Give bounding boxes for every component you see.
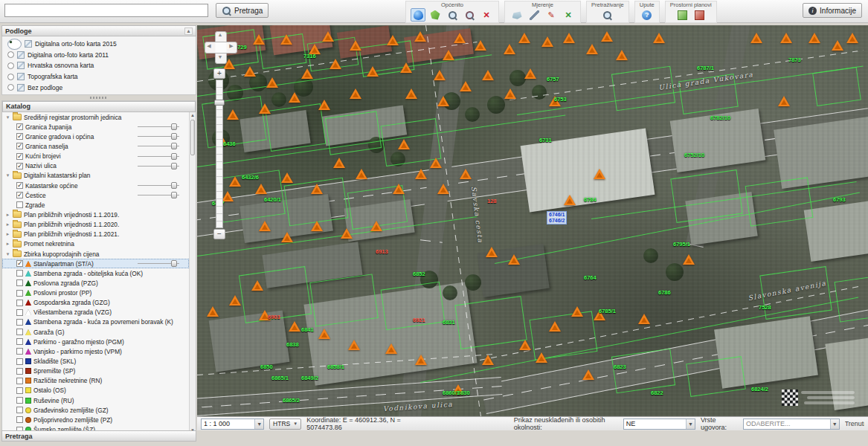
sale-marker[interactable] xyxy=(594,169,605,179)
pan-up-icon[interactable]: ▲ xyxy=(216,32,224,37)
radio-icon[interactable] xyxy=(7,39,22,50)
scale-select[interactable]: 1 : 1 000 ▼ xyxy=(201,418,264,430)
layer-checkbox[interactable] xyxy=(16,279,23,286)
layer-checkbox[interactable] xyxy=(16,123,23,130)
katalog-folder-6[interactable]: ▾Digitalni katastarski plan xyxy=(2,171,189,181)
clear-map-button[interactable] xyxy=(479,8,494,22)
radio-icon[interactable] xyxy=(7,84,14,91)
sale-marker[interactable] xyxy=(482,70,494,80)
sale-marker[interactable] xyxy=(301,68,313,79)
sale-marker[interactable] xyxy=(437,96,449,106)
radio-icon[interactable] xyxy=(7,62,14,69)
katalog-layer-29[interactable]: Ruševine (RU) xyxy=(2,395,189,405)
sale-marker[interactable] xyxy=(482,355,494,365)
katalog-folder-13[interactable]: ▸Promet nekretnina xyxy=(2,239,189,249)
katalog-scrollbar[interactable]: ▲ ▼ xyxy=(189,112,196,434)
sale-marker[interactable] xyxy=(653,33,665,43)
sale-marker[interactable] xyxy=(387,35,399,45)
pan-down-icon[interactable]: ▼ xyxy=(216,54,224,59)
sale-marker[interactable] xyxy=(400,62,412,73)
katalog-layer-28[interactable]: Ostalo (OS) xyxy=(2,386,189,395)
sale-marker[interactable] xyxy=(563,33,575,43)
sale-marker[interactable] xyxy=(524,68,536,79)
sale-marker[interactable] xyxy=(341,228,353,239)
layer-checkbox[interactable] xyxy=(16,163,23,169)
sale-marker[interactable] xyxy=(808,33,820,43)
layer-checkbox[interactable] xyxy=(16,290,23,297)
opacity-slider[interactable] xyxy=(138,123,179,130)
identify-drop-button[interactable] xyxy=(411,8,425,22)
sale-marker[interactable] xyxy=(266,77,278,88)
opacity-slider[interactable] xyxy=(138,153,179,160)
collapse-panel-icon[interactable]: ▴ xyxy=(184,28,193,35)
sale-marker[interactable] xyxy=(227,109,239,120)
katalog-layer-22[interactable]: Garaža (G) xyxy=(2,327,189,337)
map-viewport[interactable]: 672973166757675367316787/16782/107873678… xyxy=(197,25,868,416)
katalog-layer-24[interactable]: Vanjsko - parkirno mjesto (VPM) xyxy=(2,346,189,356)
sale-marker[interactable] xyxy=(519,340,531,350)
katalog-folder-11[interactable]: ▸Plan približnih vrijednosti 1.1.2020. xyxy=(2,220,189,230)
sale-marker[interactable] xyxy=(414,31,426,42)
sale-marker[interactable] xyxy=(367,66,379,77)
search-map-button[interactable] xyxy=(600,8,615,22)
katalog-folder-14[interactable]: ▾Zbirka kupoprodajnih cijena xyxy=(2,249,189,259)
katalog-layer-8[interactable]: Čestice xyxy=(2,190,189,200)
sale-marker[interactable] xyxy=(683,254,695,265)
search-input[interactable] xyxy=(4,4,208,17)
sale-marker[interactable] xyxy=(318,100,330,110)
sale-marker[interactable] xyxy=(638,314,650,324)
katalog-layer-5[interactable]: Nazivi ulica xyxy=(2,161,189,171)
sale-marker[interactable] xyxy=(508,254,520,265)
layer-checkbox[interactable] xyxy=(16,182,23,189)
sale-marker[interactable] xyxy=(454,33,466,43)
basemap-option-3[interactable]: Topografska karta xyxy=(2,71,196,83)
layer-checkbox[interactable] xyxy=(16,338,23,345)
sale-marker[interactable] xyxy=(415,355,427,365)
measure-clear-button[interactable] xyxy=(561,8,576,22)
pan-left-icon[interactable]: ◀ xyxy=(205,43,213,49)
katalog-layer-18[interactable]: Poslovni prostor (PP) xyxy=(2,288,189,298)
sale-marker[interactable] xyxy=(536,352,547,363)
katalog-layer-19[interactable]: Gospodarska zgrada (GZG) xyxy=(2,298,189,308)
sale-marker[interactable] xyxy=(385,343,397,354)
katalog-folder-12[interactable]: ▸Plan približnih vrijednosti 1.1.2021. xyxy=(2,230,189,239)
opacity-slider[interactable] xyxy=(138,182,179,189)
sale-marker[interactable] xyxy=(460,81,472,91)
basemap-option-0[interactable]: Digitalna orto-foto karta 2015 xyxy=(2,39,196,50)
layer-checkbox[interactable] xyxy=(16,358,23,365)
layer-checkbox[interactable] xyxy=(16,348,23,355)
katalog-layer-2[interactable]: Granice gradova i općina xyxy=(2,132,189,141)
measure-length-button[interactable] xyxy=(527,8,541,22)
expand-node-icon[interactable]: ▸ xyxy=(5,222,10,227)
zoom-slider[interactable]: + − xyxy=(213,68,225,239)
katalog-layer-15[interactable]: Stan/apartman (ST/A) xyxy=(2,259,189,268)
vrste-select[interactable]: ODABERITE... ▼ xyxy=(743,418,840,430)
sale-marker[interactable] xyxy=(370,221,382,231)
layer-checkbox[interactable] xyxy=(16,329,23,335)
layer-checkbox[interactable] xyxy=(16,319,23,326)
sale-marker[interactable] xyxy=(356,169,367,179)
zoom-out-button[interactable] xyxy=(462,8,477,22)
katalog-layer-23[interactable]: Parkirno - garažno mjesto (PGM) xyxy=(2,337,189,346)
layer-checkbox[interactable] xyxy=(16,153,23,160)
sale-marker[interactable] xyxy=(430,158,442,168)
pretraga-panel-header[interactable]: Pretraga xyxy=(1,430,196,442)
layer-checkbox[interactable] xyxy=(16,270,23,277)
opacity-slider[interactable] xyxy=(138,163,179,169)
sale-marker[interactable] xyxy=(229,176,241,187)
sale-marker[interactable] xyxy=(504,44,515,54)
help-button[interactable] xyxy=(640,8,655,22)
sale-marker[interactable] xyxy=(434,70,446,80)
zoom-out-button[interactable]: − xyxy=(213,229,225,239)
zoom-handle[interactable] xyxy=(214,100,225,106)
basemap-option-2[interactable]: Hrvatska osnovna karta xyxy=(2,60,196,71)
layer-checkbox[interactable] xyxy=(16,387,23,394)
plan-green-button[interactable] xyxy=(675,8,689,22)
sale-marker[interactable] xyxy=(255,184,267,194)
layer-checkbox[interactable] xyxy=(16,397,23,404)
sale-marker[interactable] xyxy=(311,184,323,194)
layer-checkbox[interactable] xyxy=(16,192,23,198)
pan-map-button[interactable] xyxy=(428,8,443,22)
katalog-layer-7[interactable]: Katastarske općine xyxy=(2,181,189,190)
zoom-in-button[interactable]: + xyxy=(213,68,225,79)
